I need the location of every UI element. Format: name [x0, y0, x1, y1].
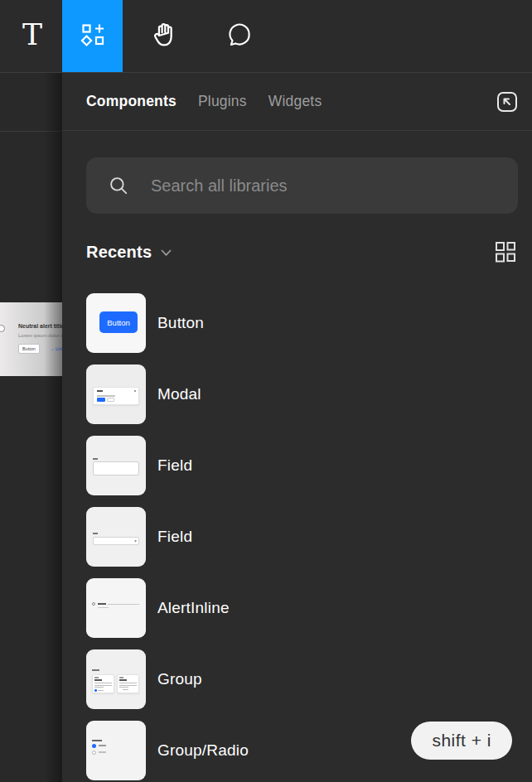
canvas-alert-card[interactable]: Neutral alert title Lorem ipsum dolor am…	[0, 302, 62, 376]
component-label: Group	[157, 670, 202, 688]
alert-button: Button	[18, 344, 40, 354]
component-thumbnail	[86, 578, 146, 638]
grid-view-icon	[494, 240, 517, 263]
component-list-item[interactable]: Field	[62, 430, 532, 501]
component-list-item[interactable]: Button Button	[62, 287, 532, 359]
recents-row: Recents	[86, 235, 519, 268]
comment-icon	[226, 22, 253, 51]
search-input[interactable]	[151, 176, 506, 196]
field-preview	[93, 458, 98, 460]
component-list-item[interactable]: AlertInline	[62, 572, 532, 644]
recents-dropdown[interactable]: Recents	[86, 243, 172, 262]
pop-out-panel-button[interactable]	[492, 87, 522, 117]
hand-icon	[151, 21, 179, 52]
canvas-area[interactable]: Neutral alert title Lorem ipsum dolor am…	[0, 73, 62, 782]
components-tool-button[interactable]	[62, 0, 123, 72]
grid-view-toggle[interactable]	[492, 239, 519, 265]
field-select-preview	[93, 533, 98, 534]
pop-out-icon	[494, 89, 520, 115]
alert-info-icon	[0, 325, 5, 332]
component-list-item[interactable]: Field	[62, 501, 532, 572]
search-box[interactable]	[86, 157, 518, 214]
canvas-frame-edge	[0, 131, 62, 132]
assets-panel: Components Plugins Widgets Recents	[62, 73, 532, 782]
component-label: Field	[157, 456, 192, 475]
text-tool-icon: T	[22, 17, 42, 51]
shortcut-badge: shift + i	[411, 722, 512, 760]
toolbar: T	[0, 0, 532, 73]
panel-tabs: Components Plugins Widgets	[62, 73, 532, 131]
component-label: Field	[157, 528, 192, 546]
alert-inline-preview	[92, 602, 95, 606]
component-thumbnail	[86, 649, 146, 709]
component-label: Button	[157, 314, 204, 332]
modal-preview	[93, 387, 139, 405]
text-tool-button[interactable]: T	[7, 0, 58, 72]
tab-components[interactable]: Components	[86, 93, 177, 110]
component-thumbnail	[86, 721, 146, 780]
alert-link: → Link text	[50, 346, 62, 351]
component-label: Modal	[157, 385, 201, 403]
tab-plugins[interactable]: Plugins	[198, 93, 247, 110]
component-list-item[interactable]: Group	[62, 644, 532, 715]
tab-widgets[interactable]: Widgets	[268, 93, 322, 110]
hand-tool-button[interactable]	[139, 0, 191, 72]
component-thumbnail	[86, 364, 146, 424]
group-preview	[92, 669, 99, 671]
component-thumbnail	[86, 436, 146, 495]
component-thumbnail: Button	[86, 293, 146, 353]
component-thumbnail	[86, 507, 146, 567]
chevron-down-icon	[161, 249, 172, 257]
component-list: Button Button Modal Field Field AlertInl…	[62, 287, 532, 782]
alert-title: Neutral alert title	[18, 323, 62, 329]
component-label: Group/Radio	[157, 741, 249, 760]
component-label: AlertInline	[157, 599, 230, 617]
components-icon	[80, 22, 106, 51]
component-list-item[interactable]: Modal	[62, 359, 532, 430]
comment-tool-button[interactable]	[214, 0, 265, 72]
group-radio-preview	[92, 740, 102, 741]
alert-body: Lorem ipsum dolor amet conseq	[18, 333, 62, 338]
search-icon	[108, 175, 129, 196]
recents-title: Recents	[86, 243, 152, 262]
button-preview: Button	[99, 311, 138, 333]
